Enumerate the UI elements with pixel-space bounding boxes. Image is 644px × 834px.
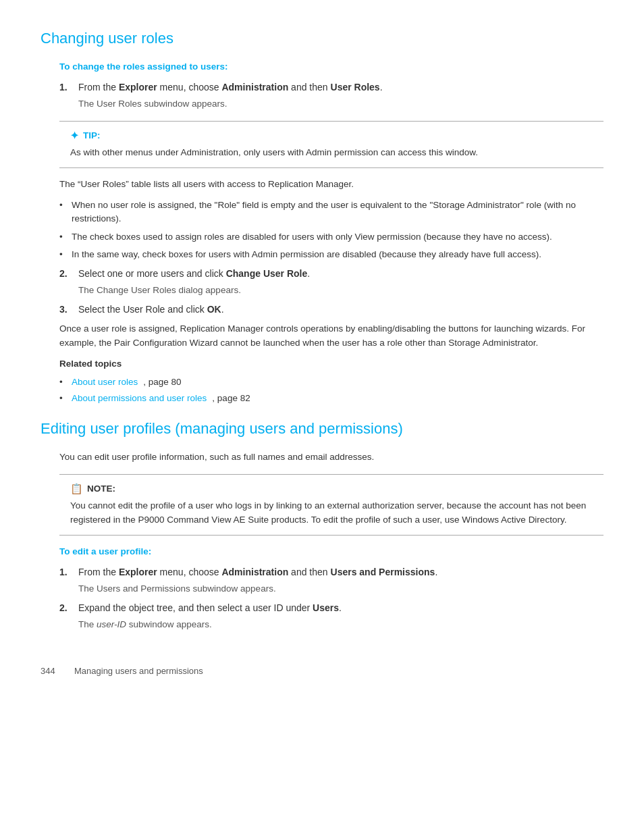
section2-title: Editing user profiles (managing users an… [41, 417, 603, 440]
related-list: About user roles, page 80 About permissi… [59, 375, 603, 406]
section2-step-2-num: 2. [59, 601, 72, 631]
tip-box: ✦ TIP: As with other menus under Adminis… [59, 121, 603, 169]
step-3-content: Select the User Role and click OK. [78, 303, 603, 317]
bullet-3: In the same way, check boxes for users w… [59, 248, 603, 261]
step-1-num: 1. [59, 80, 72, 111]
step-3-text: Select the User Role and click OK. [78, 304, 224, 315]
about-permissions-link[interactable]: About permissions and user roles [72, 392, 207, 405]
section1-title: Changing user roles [41, 27, 603, 49]
step-2-sub: The Change User Roles dialog appears. [78, 284, 603, 297]
section1-procedure-title: To change the roles assigned to users: [59, 60, 603, 74]
step-1-sub: The User Roles subwindow appears. [78, 97, 603, 111]
tip-icon: ✦ [70, 128, 79, 144]
step-2: 2. Select one or more users and click Ch… [59, 267, 603, 297]
bullet-1: When no user role is assigned, the "Role… [59, 199, 603, 226]
section-changing-user-roles: Changing user roles To change the roles … [41, 27, 603, 405]
about-user-roles-link[interactable]: About user roles [72, 375, 138, 389]
step-3: 3. Select the User Role and click OK. [59, 303, 603, 317]
section-editing-user-profiles: Editing user profiles (managing users an… [41, 417, 603, 632]
related-link-1: About user roles, page 80 [59, 375, 603, 389]
footer-text: Managing users and permissions [74, 664, 203, 678]
section2-intro: You can edit user profile information, s… [59, 450, 603, 465]
section2-step-2-content: Expand the object tree, and then select … [78, 601, 603, 631]
step-2-content: Select one or more users and click Chang… [78, 267, 603, 297]
after-steps-para: Once a user role is assigned, Replicatio… [59, 322, 603, 350]
step-2-text: Select one or more users and click Chang… [78, 268, 310, 279]
note-label: 📋 NOTE: [70, 481, 593, 497]
step-1-content: From the Explorer menu, choose Administr… [78, 80, 603, 111]
note-text: You cannot edit the profile of a user wh… [70, 499, 593, 527]
description-para: The “User Roles” table lists all users w… [59, 178, 603, 192]
related-link-2: About permissions and user roles, page 8… [59, 392, 603, 405]
bullet-list: When no user role is assigned, the "Role… [59, 199, 603, 261]
footer-page: 344 [41, 664, 61, 678]
related-topics-title: Related topics [59, 357, 603, 371]
section2-step-1-text: From the Explorer menu, choose Administr… [78, 567, 437, 577]
section2-step-1: 1. From the Explorer menu, choose Admini… [59, 565, 603, 596]
section2-step-2: 2. Expand the object tree, and then sele… [59, 601, 603, 631]
tip-text: As with other menus under Administration… [70, 146, 593, 159]
tip-label: ✦ TIP: [70, 128, 593, 144]
step-1-text: From the Explorer menu, choose Administr… [78, 82, 383, 93]
section2-step-1-sub: The Users and Permissions subwindow appe… [78, 582, 603, 596]
section2-step-2-text: Expand the object tree, and then select … [78, 602, 342, 613]
section2-step-1-num: 1. [59, 565, 72, 596]
footer: 344 Managing users and permissions [41, 664, 603, 678]
step-1: 1. From the Explorer menu, choose Admini… [59, 80, 603, 111]
note-icon: 📋 [70, 481, 83, 497]
note-box: 📋 NOTE: You cannot edit the profile of a… [59, 474, 603, 536]
bullet-2: The check boxes used to assign roles are… [59, 230, 603, 244]
section2-step-1-content: From the Explorer menu, choose Administr… [78, 565, 603, 596]
section2-procedure-title: To edit a user profile: [59, 545, 603, 558]
section2-step-2-sub: The user-ID subwindow appears. [78, 618, 603, 631]
step-2-num: 2. [59, 267, 72, 297]
step-3-num: 3. [59, 303, 72, 317]
